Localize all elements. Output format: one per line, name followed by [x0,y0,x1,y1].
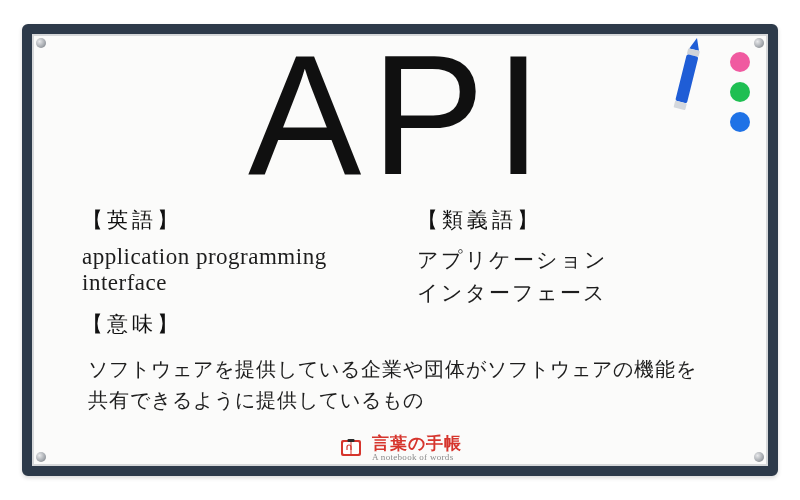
svg-rect-3 [348,439,355,442]
label-english: 【英語】 [82,206,399,234]
label-meaning: 【意味】 [82,310,399,338]
logo-text-jp: 言葉の手帳 [372,435,462,453]
value-synonym-line2: インターフェース [417,277,718,310]
value-meaning-line2: 共有できるように提供しているもの [88,385,718,416]
logo-book-icon [338,435,364,461]
headline-term: API [82,30,718,200]
whiteboard-frame: API 【英語】 application programming interfa… [22,24,778,476]
value-synonym-line1: アプリケーション [417,244,718,277]
value-english: application programming interface [82,244,399,296]
whiteboard-content: API 【英語】 application programming interfa… [32,34,768,466]
site-logo: 言葉の手帳 A notebook of words [338,435,462,462]
logo-text-en: A notebook of words [372,453,462,462]
label-synonym: 【類義語】 [417,206,718,234]
value-meaning-line1: ソフトウェアを提供している企業や団体がソフトウェアの機能を [88,354,718,385]
